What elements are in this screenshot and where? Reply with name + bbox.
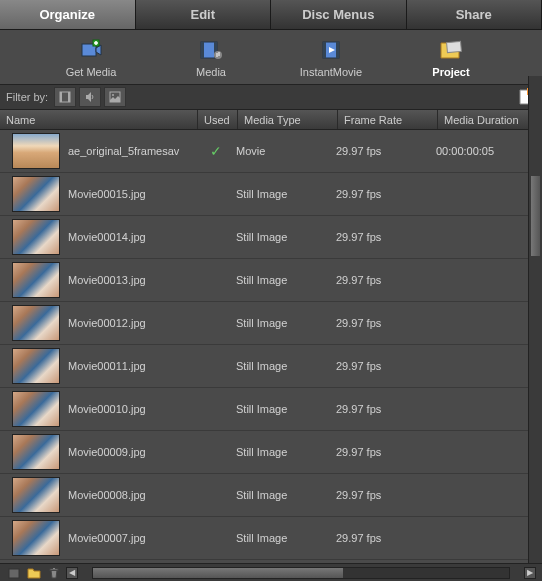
cell-mediatype: Still Image [236, 360, 336, 372]
cell-framerate: 29.97 fps [336, 317, 436, 329]
tool-label: Get Media [66, 66, 117, 78]
svg-rect-11 [60, 92, 62, 102]
tool-media[interactable]: Media [171, 38, 251, 78]
cell-name: Movie00009.jpg [68, 446, 196, 458]
cell-mediatype: Still Image [236, 231, 336, 243]
cell-mediatype: Still Image [236, 317, 336, 329]
cell-framerate: 29.97 fps [336, 274, 436, 286]
hscroll-right[interactable]: ▶ [524, 567, 536, 579]
thumbnail [12, 219, 60, 255]
svg-rect-17 [50, 569, 58, 571]
cell-name: Movie00013.jpg [68, 274, 196, 286]
table-row[interactable]: Movie00014.jpgStill Image29.97 fps [0, 216, 542, 259]
svg-rect-3 [201, 42, 204, 58]
thumbnail [12, 477, 60, 513]
tool-label: Media [196, 66, 226, 78]
cell-mediatype: Still Image [236, 403, 336, 415]
instantmovie-icon [319, 38, 343, 62]
cell-name: Movie00011.jpg [68, 360, 196, 372]
svg-rect-8 [336, 42, 339, 58]
filter-label: Filter by: [6, 91, 48, 103]
table-row[interactable]: Movie00013.jpgStill Image29.97 fps [0, 259, 542, 302]
cell-mediatype: Still Image [236, 446, 336, 458]
header-used[interactable]: Used [198, 110, 238, 129]
tab-edit[interactable]: Edit [136, 0, 272, 29]
filter-bar: Filter by: [0, 84, 542, 110]
table-row[interactable]: Movie00008.jpgStill Image29.97 fps [0, 474, 542, 517]
thumbnail [12, 133, 60, 169]
cell-framerate: 29.97 fps [336, 231, 436, 243]
tab-discmenus[interactable]: Disc Menus [271, 0, 407, 29]
horizontal-scrollbar-thumb[interactable] [93, 568, 343, 578]
table-row[interactable]: Movie00011.jpgStill Image29.97 fps [0, 345, 542, 388]
tool-instantmovie[interactable]: InstantMovie [291, 38, 371, 78]
cell-name: Movie00014.jpg [68, 231, 196, 243]
new-folder-button[interactable] [26, 566, 42, 580]
tab-share[interactable]: Share [407, 0, 543, 29]
thumbnail [12, 176, 60, 212]
svg-rect-12 [68, 92, 70, 102]
main-tabs: Organize Edit Disc Menus Share [0, 0, 542, 30]
cell-used: ✓ [196, 143, 236, 159]
new-item-button[interactable] [6, 566, 22, 580]
cell-name: ae_original_5framesav [68, 145, 196, 157]
cell-name: Movie00012.jpg [68, 317, 196, 329]
horizontal-scrollbar[interactable] [92, 567, 510, 579]
cell-mediatype: Still Image [236, 188, 336, 200]
tool-project[interactable]: Project [411, 38, 491, 78]
cell-framerate: 29.97 fps [336, 532, 436, 544]
header-mediatype[interactable]: Media Type [238, 110, 338, 129]
hscroll-left[interactable]: ◀ [66, 567, 78, 579]
svg-rect-18 [53, 568, 55, 569]
media-icon [199, 38, 223, 62]
svg-rect-7 [323, 42, 326, 58]
project-icon [439, 38, 463, 62]
table-row[interactable]: Movie00015.jpgStill Image29.97 fps [0, 173, 542, 216]
svg-rect-9 [447, 41, 462, 52]
cell-framerate: 29.97 fps [336, 403, 436, 415]
cell-name: Movie00007.jpg [68, 532, 196, 544]
table-row[interactable]: Movie00012.jpgStill Image29.97 fps [0, 302, 542, 345]
tool-label: Project [432, 66, 469, 78]
tool-label: InstantMovie [300, 66, 362, 78]
cell-mediatype: Still Image [236, 274, 336, 286]
svg-rect-16 [9, 569, 19, 578]
header-framerate[interactable]: Frame Rate [338, 110, 438, 129]
cell-name: Movie00015.jpg [68, 188, 196, 200]
filter-audio-button[interactable] [79, 87, 101, 107]
vertical-scrollbar-thumb[interactable] [531, 176, 540, 256]
tab-organize[interactable]: Organize [0, 0, 136, 29]
header-name[interactable]: Name [0, 110, 198, 129]
media-list: ae_original_5framesav✓Movie29.97 fps00:0… [0, 130, 542, 581]
getmedia-icon [79, 38, 103, 62]
cell-framerate: 29.97 fps [336, 145, 436, 157]
vertical-scrollbar[interactable] [528, 76, 542, 563]
thumbnail [12, 434, 60, 470]
table-row[interactable]: ae_original_5framesav✓Movie29.97 fps00:0… [0, 130, 542, 173]
cell-duration: 00:00:00:05 [436, 145, 542, 157]
thumbnail [12, 262, 60, 298]
table-row[interactable]: Movie00009.jpgStill Image29.97 fps [0, 431, 542, 474]
filter-still-button[interactable] [104, 87, 126, 107]
thumbnail [12, 520, 60, 556]
cell-framerate: 29.97 fps [336, 188, 436, 200]
table-row[interactable]: Movie00010.jpgStill Image29.97 fps [0, 388, 542, 431]
thumbnail [12, 391, 60, 427]
footer-bar: ◀ ▶ [0, 563, 542, 581]
filter-video-button[interactable] [54, 87, 76, 107]
cell-mediatype: Movie [236, 145, 336, 157]
column-headers: Name Used Media Type Frame Rate Media Du… [0, 110, 542, 130]
thumbnail [12, 305, 60, 341]
trash-button[interactable] [46, 566, 62, 580]
cell-name: Movie00008.jpg [68, 489, 196, 501]
tool-getmedia[interactable]: Get Media [51, 38, 131, 78]
thumbnail [12, 348, 60, 384]
svg-point-5 [214, 51, 222, 59]
header-duration[interactable]: Media Duration [438, 110, 542, 129]
check-icon: ✓ [210, 143, 222, 159]
cell-mediatype: Still Image [236, 489, 336, 501]
cell-name: Movie00010.jpg [68, 403, 196, 415]
table-row[interactable]: Movie00007.jpgStill Image29.97 fps [0, 517, 542, 560]
svg-point-14 [112, 94, 114, 96]
cell-framerate: 29.97 fps [336, 360, 436, 372]
